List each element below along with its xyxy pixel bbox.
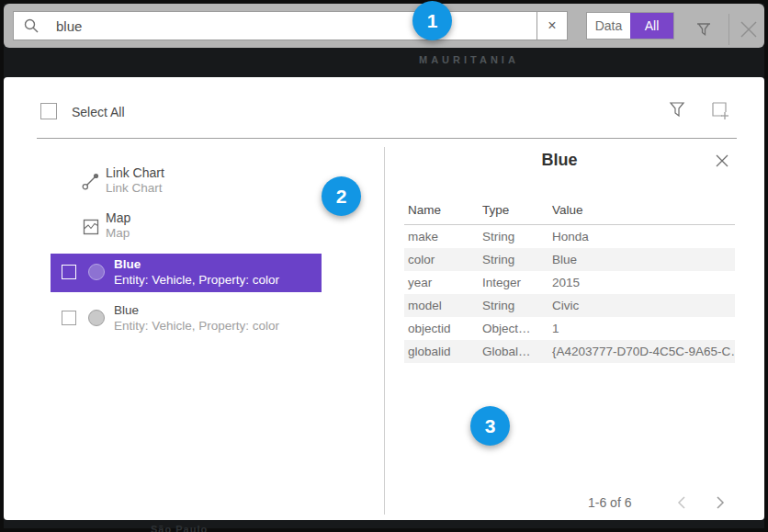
panel-vertical-divider (384, 147, 385, 515)
cell-type: String (479, 294, 548, 317)
close-search-icon[interactable] (738, 18, 760, 40)
select-all-label: Select All (72, 105, 125, 119)
item-checkbox[interactable] (62, 265, 76, 279)
table-row: color String Blue (404, 248, 735, 271)
search-toolbar: × Data All (4, 4, 764, 48)
add-to-selection-icon[interactable] (709, 99, 731, 121)
cell-type: Global… (479, 340, 548, 363)
map-city-label: São Paulo (151, 524, 208, 532)
list-item-title: Blue (114, 257, 141, 271)
attribute-table: Name Type Value make String Honda color … (404, 198, 735, 363)
cell-name: make (404, 225, 479, 249)
column-header-type: Type (479, 198, 548, 225)
cell-type: Object… (479, 317, 548, 340)
cell-name: globalid (404, 340, 479, 363)
detail-title: Blue (384, 151, 735, 170)
list-item-title[interactable]: Link Chart (106, 165, 164, 180)
callout-badge-1: 1 (412, 1, 452, 40)
entity-circle-icon (88, 264, 105, 280)
cell-name: year (404, 271, 479, 294)
table-row: globalid Global… {A4203777-D70D-4C5C-9A6… (404, 340, 735, 363)
panel-divider (37, 138, 737, 139)
cell-type: Integer (479, 271, 548, 294)
callout-badge-3: 3 (470, 406, 510, 446)
pagination: 1-6 of 6 (555, 492, 739, 515)
app-window: MAURITANIA São Paulo × Data All Select A… (0, 0, 768, 532)
data-all-toggle: Data All (586, 12, 674, 40)
link-chart-icon (81, 171, 101, 195)
map-icon (81, 217, 101, 241)
search-input[interactable] (49, 18, 536, 34)
cell-value: 1 (548, 317, 735, 340)
results-filter-icon[interactable] (667, 99, 687, 121)
entity-circle-icon (88, 310, 105, 326)
list-item-subtitle: Entity: Vehicle, Property: color (114, 273, 279, 287)
cell-name: model (404, 294, 479, 317)
table-row: objectid Object… 1 (404, 317, 735, 340)
toggle-option-data[interactable]: Data (587, 13, 630, 39)
cell-value: Civic (548, 294, 735, 317)
table-row: year Integer 2015 (404, 271, 735, 294)
detail-close-icon[interactable] (714, 153, 730, 169)
list-item-selected[interactable]: Blue Entity: Vehicle, Property: color (51, 254, 322, 292)
cell-name: color (404, 248, 479, 271)
list-item-title: Blue (114, 303, 139, 317)
cell-name: objectid (404, 317, 479, 340)
next-page-icon[interactable] (711, 494, 728, 511)
previous-page-icon[interactable] (674, 494, 691, 511)
column-header-value: Value (548, 198, 735, 225)
table-header-row: Name Type Value (404, 198, 735, 225)
toolbar-divider (728, 14, 729, 45)
cell-value: 2015 (548, 271, 735, 294)
list-item-subtitle: Entity: Vehicle, Property: color (114, 319, 279, 333)
table-row: make String Honda (404, 225, 735, 249)
list-item[interactable]: Blue Entity: Vehicle, Property: color (51, 300, 322, 339)
search-icon (14, 17, 49, 34)
cell-value: Blue (548, 248, 735, 271)
list-item-title[interactable]: Map (106, 210, 130, 225)
toggle-option-all[interactable]: All (630, 13, 673, 39)
item-checkbox[interactable] (62, 311, 76, 325)
list-item-subtitle: Map (106, 226, 130, 240)
map-country-label: MAURITANIA (419, 54, 519, 65)
clear-search-button[interactable]: × (536, 12, 567, 40)
select-all-checkbox[interactable] (40, 103, 57, 119)
search-results-panel: Select All Link Chart Link Chart Map Map… (4, 77, 764, 520)
filter-icon[interactable] (694, 19, 714, 40)
column-header-name: Name (404, 198, 479, 225)
search-box: × (13, 11, 568, 40)
cell-value: Honda (548, 225, 735, 249)
cell-type: String (479, 225, 548, 249)
cell-type: String (479, 248, 548, 271)
cell-value: {A4203777-D70D-4C5C-9A65-C… (548, 340, 735, 363)
pagination-label: 1-6 of 6 (588, 495, 631, 510)
callout-badge-2: 2 (322, 176, 361, 216)
list-item-subtitle: Link Chart (106, 181, 163, 195)
table-row: model String Civic (404, 294, 735, 317)
